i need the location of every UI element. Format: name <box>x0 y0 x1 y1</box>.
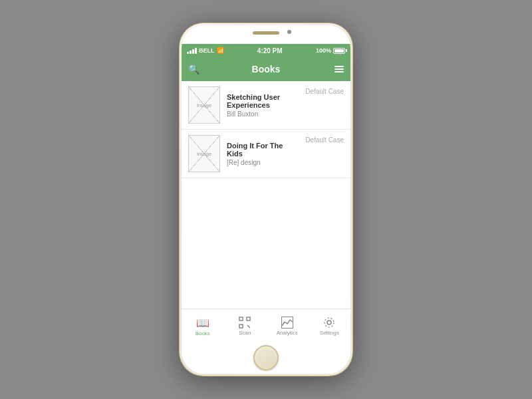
book-cover-image: Image <box>188 86 220 124</box>
book-cover-image: Image <box>188 135 220 172</box>
signal-bar-4 <box>195 48 197 54</box>
analytics-tab-label: Analytics <box>277 330 298 336</box>
menu-icon[interactable] <box>334 66 344 72</box>
battery-icon <box>333 48 345 54</box>
analytics-tab-icon <box>281 317 293 329</box>
svg-rect-1 <box>247 317 250 321</box>
books-list: Image Sketching User Experiences Bill Bu… <box>182 81 350 309</box>
books-tab-icon: 📖 <box>196 317 209 329</box>
book-title: Doing It For The Kids <box>227 142 299 158</box>
svg-rect-4 <box>281 317 293 329</box>
svg-point-6 <box>325 318 334 327</box>
speaker <box>253 31 279 35</box>
signal-bars <box>187 48 197 54</box>
search-icon[interactable]: 🔍 <box>188 64 200 74</box>
svg-point-5 <box>327 321 331 325</box>
signal-bar-3 <box>192 49 194 54</box>
status-right: 100% <box>316 47 345 54</box>
image-label: Image <box>197 151 211 157</box>
tab-analytics[interactable]: Analytics <box>266 317 309 336</box>
settings-tab-icon <box>323 317 335 329</box>
nav-title: Books <box>252 64 281 74</box>
signal-bar-2 <box>190 51 192 54</box>
book-item[interactable]: Image Doing It For The Kids [Re] design … <box>182 130 350 178</box>
svg-rect-2 <box>239 325 243 328</box>
signal-bar-1 <box>187 52 189 54</box>
menu-line-3 <box>334 71 344 72</box>
book-case-label: Default Case <box>305 86 344 95</box>
status-time: 4:20 PM <box>257 47 283 55</box>
svg-line-3 <box>247 325 250 328</box>
book-case-label: Default Case <box>305 135 344 144</box>
book-author: [Re] design <box>227 159 299 166</box>
battery-text: 100% <box>316 47 331 54</box>
menu-line-1 <box>334 66 344 67</box>
book-title: Sketching User Experiences <box>227 93 299 109</box>
phone-frame: BELL 📶 4:20 PM 100% 🔍 Books <box>180 23 352 376</box>
book-item[interactable]: Image Sketching User Experiences Bill Bu… <box>182 81 350 130</box>
book-info: Doing It For The Kids [Re] design <box>227 142 299 166</box>
nav-bar: 🔍 Books <box>182 57 350 81</box>
book-info: Sketching User Experiences Bill Buxton <box>227 93 299 118</box>
scan-tab-icon <box>239 317 251 329</box>
carrier-text: BELL <box>199 47 215 54</box>
camera <box>287 30 291 34</box>
book-author: Bill Buxton <box>227 110 299 118</box>
books-tab-label: Books <box>196 331 210 336</box>
svg-rect-0 <box>239 317 243 321</box>
home-button[interactable] <box>253 345 279 370</box>
status-bar: BELL 📶 4:20 PM 100% <box>182 44 350 57</box>
tab-settings[interactable]: Settings <box>309 317 351 336</box>
menu-line-2 <box>334 68 344 70</box>
phone-top-space <box>182 25 350 44</box>
status-left: BELL 📶 <box>187 47 224 54</box>
wifi-icon: 📶 <box>217 47 224 54</box>
tab-bar: 📖 Books Scan Analytics <box>182 309 350 343</box>
tab-scan[interactable]: Scan <box>224 317 267 336</box>
settings-tab-label: Settings <box>320 330 339 336</box>
tab-books[interactable]: 📖 Books <box>182 317 224 336</box>
battery-fill <box>334 49 344 53</box>
phone-screen: BELL 📶 4:20 PM 100% 🔍 Books <box>182 25 350 374</box>
image-label: Image <box>197 102 211 108</box>
scan-tab-label: Scan <box>239 330 251 336</box>
